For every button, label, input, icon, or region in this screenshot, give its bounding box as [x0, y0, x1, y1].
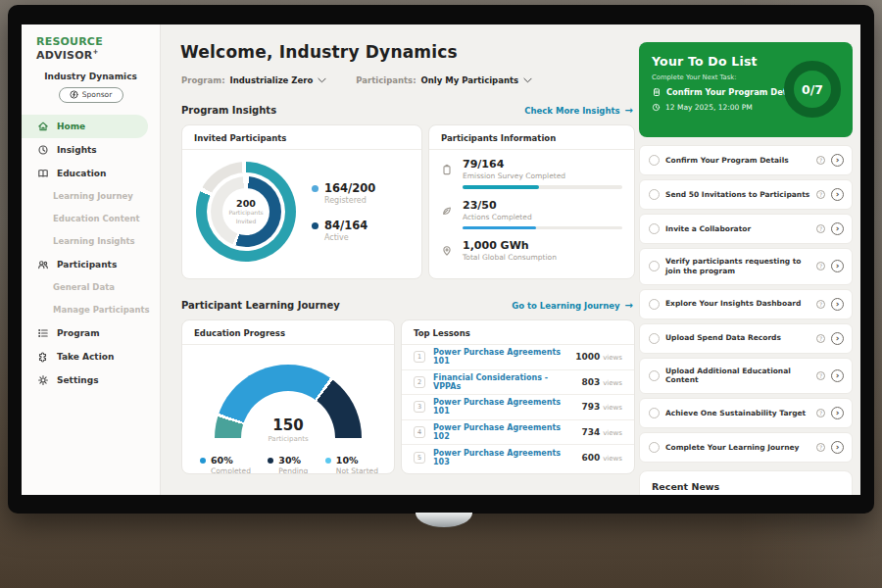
task-label[interactable]: Invite a Collaborator — [665, 224, 810, 234]
lesson-link[interactable]: Power Purchase Agreements 103 — [433, 449, 573, 466]
help-icon[interactable] — [816, 443, 825, 452]
chevron-right-circle-icon[interactable] — [831, 369, 844, 382]
task-row-send-invitations[interactable]: Send 50 Invitations to Participants — [639, 179, 853, 210]
help-icon[interactable] — [816, 190, 825, 199]
help-icon[interactable] — [816, 334, 825, 343]
task-row-upload-spend-data[interactable]: Upload Spend Data Records — [639, 323, 853, 354]
help-icon[interactable] — [816, 156, 825, 165]
document-icon — [652, 87, 662, 97]
chevron-right-circle-icon[interactable] — [831, 407, 844, 419]
clock-icon — [652, 103, 661, 112]
link-label: Check More Insights — [524, 106, 619, 116]
program-insights-header: Program Insights Check More Insights→ — [181, 105, 633, 116]
chevron-right-circle-icon[interactable] — [831, 298, 844, 311]
task-label[interactable]: Confirm Your Program Details — [665, 156, 810, 166]
emission-survey-progress-fill — [463, 185, 539, 189]
top-lessons-title: Top Lessons — [402, 320, 634, 345]
sidebar-item-learning-insights[interactable]: Learning Insights — [22, 230, 160, 253]
task-checkbox[interactable] — [649, 299, 660, 310]
sidebar-item-general-data[interactable]: General Data — [22, 276, 160, 299]
task-label[interactable]: Explore Your Insights Dashboard — [665, 299, 810, 309]
chevron-right-circle-icon[interactable] — [831, 188, 844, 201]
todo-progress-ring: 0/7 — [784, 61, 841, 118]
chevron-right-circle-icon[interactable] — [831, 441, 844, 454]
task-checkbox[interactable] — [649, 155, 660, 166]
task-checkbox[interactable] — [649, 408, 660, 418]
stat-body: 23/50 Actions Completed — [463, 199, 622, 230]
task-row-achieve-target[interactable]: Achieve One Sustainability Target — [639, 398, 853, 428]
task-checkbox[interactable] — [649, 189, 660, 200]
lesson-rank: 2 — [414, 376, 425, 388]
sponsor-badge[interactable]: Sponsor — [59, 87, 123, 103]
recent-news-card: Recent News — [639, 470, 853, 495]
views-suffix: views — [603, 429, 622, 437]
task-label[interactable]: Send 50 Invitations to Participants — [665, 190, 810, 200]
task-checkbox[interactable] — [649, 333, 660, 344]
todo-panel: Your To Do List Complete Your Next Task:… — [639, 24, 853, 495]
task-label[interactable]: Upload Additional Educational Content — [665, 367, 810, 386]
task-label[interactable]: Upload Spend Data Records — [665, 333, 810, 343]
task-checkbox[interactable] — [649, 261, 660, 271]
sidebar-item-program[interactable]: Program — [22, 321, 160, 345]
views-suffix: views — [603, 404, 622, 412]
task-label[interactable]: Achieve One Sustainability Target — [665, 409, 810, 418]
invited-center-label1: Participants — [228, 209, 263, 217]
invited-participants-card: Invited Participants 200 Participants In… — [181, 124, 422, 279]
main-content: Welcome, Industry Dynamics Program: Indu… — [167, 24, 635, 495]
participants-filter-value: Only My Participants — [421, 75, 519, 85]
chevron-right-circle-icon[interactable] — [831, 332, 844, 345]
arrow-right-icon: → — [625, 300, 633, 311]
sidebar-item-learning-journey[interactable]: Learning Journey — [22, 185, 160, 208]
sidebar-item-home[interactable]: Home — [22, 115, 148, 138]
sidebar-item-settings[interactable]: Settings — [22, 368, 160, 392]
task-row-invite-collaborator[interactable]: Invite a Collaborator — [639, 214, 853, 244]
legend-active: 84/164 Active — [312, 219, 375, 242]
sidebar-nav: Home Insights Education Learning Journey… — [22, 115, 160, 392]
sidebar-item-participants[interactable]: Participants — [22, 253, 160, 276]
chevron-right-circle-icon[interactable] — [831, 260, 844, 272]
sidebar-item-manage-participants[interactable]: Manage Participants — [22, 299, 160, 321]
task-row-upload-educational-content[interactable]: Upload Additional Educational Content — [639, 358, 853, 395]
task-label[interactable]: Complete Your Learning Journey — [665, 443, 810, 453]
todo-due-date-label: 12 May 2025, 12:00 PM — [665, 103, 753, 112]
education-progress-title: Education Progress — [182, 320, 394, 345]
sidebar: RESOURCE ADVISOR+ Industry Dynamics Spon… — [22, 24, 161, 495]
actions-completed-value: 23/50 — [463, 199, 622, 212]
task-row-complete-learning-journey[interactable]: Complete Your Learning Journey — [639, 432, 853, 463]
logo-plus: + — [92, 48, 98, 56]
task-checkbox[interactable] — [649, 442, 660, 453]
sidebar-item-take-action[interactable]: Take Action — [22, 345, 160, 368]
help-icon[interactable] — [816, 224, 825, 233]
chevron-right-circle-icon[interactable] — [831, 222, 844, 235]
go-to-learning-journey-link[interactable]: Go to Learning Journey→ — [512, 300, 633, 311]
task-row-explore-insights[interactable]: Explore Your Insights Dashboard — [639, 289, 853, 319]
lesson-link[interactable]: Financial Considerations - VPPAs — [433, 373, 573, 391]
lesson-link[interactable]: Power Purchase Agreements 102 — [433, 423, 573, 441]
task-checkbox[interactable] — [649, 223, 660, 234]
participants-filter[interactable]: Participants: Only My Participants — [356, 75, 532, 85]
app-logo[interactable]: RESOURCE ADVISOR+ — [22, 24, 160, 62]
lesson-link[interactable]: Power Purchase Agreements 101 — [433, 348, 567, 366]
lesson-link[interactable]: Power Purchase Agreements 101 — [433, 398, 573, 416]
sidebar-item-education-content[interactable]: Education Content — [22, 208, 160, 230]
task-checkbox[interactable] — [649, 370, 660, 381]
chevron-right-circle-icon[interactable] — [831, 154, 844, 167]
program-filter[interactable]: Program: Industrialize Zero — [181, 75, 326, 85]
sidebar-item-education[interactable]: Education — [22, 162, 160, 185]
sidebar-item-label: Program — [57, 328, 100, 338]
lesson-row: 2 Financial Considerations - VPPAs 803vi… — [402, 370, 634, 396]
lesson-row: 3 Power Purchase Agreements 101 793views — [402, 395, 634, 420]
task-label[interactable]: Verify participants requesting to join t… — [665, 257, 810, 276]
help-icon[interactable] — [816, 409, 825, 417]
sidebar-item-insights[interactable]: Insights — [22, 138, 160, 162]
check-more-insights-link[interactable]: Check More Insights→ — [524, 105, 633, 116]
not-started-label: Not Started — [336, 466, 378, 474]
legend-registered: 164/200 Registered — [312, 181, 375, 205]
top-lessons-card: Top Lessons 1 Power Purchase Agreements … — [401, 319, 635, 474]
help-icon[interactable] — [816, 371, 825, 380]
help-icon[interactable] — [816, 262, 825, 270]
task-row-verify-participants[interactable]: Verify participants requesting to join t… — [639, 248, 853, 285]
task-row-confirm-program[interactable]: Confirm Your Program Details — [639, 145, 853, 175]
help-icon[interactable] — [816, 300, 825, 309]
dashboard-screen: RESOURCE ADVISOR+ Industry Dynamics Spon… — [22, 24, 860, 495]
